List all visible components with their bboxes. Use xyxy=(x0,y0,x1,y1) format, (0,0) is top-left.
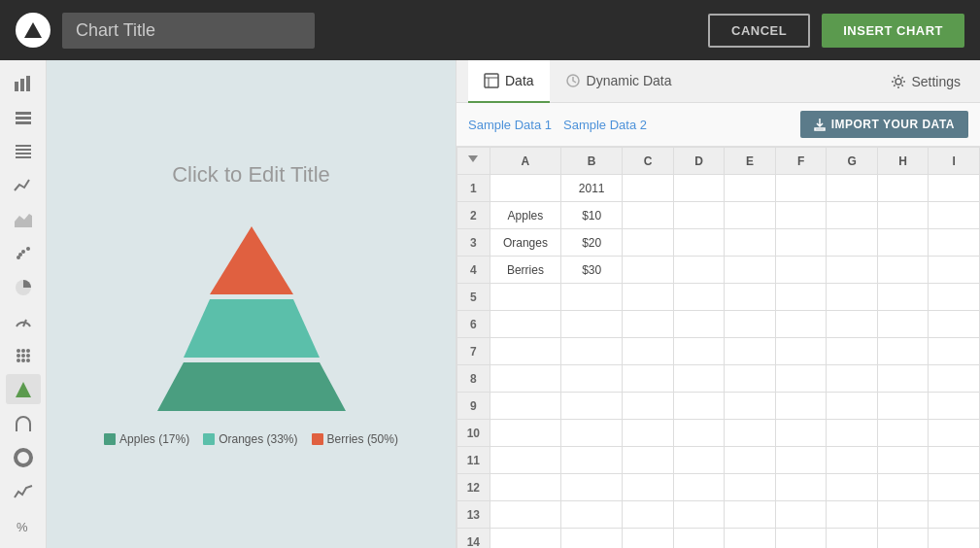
grid-cell[interactable] xyxy=(725,338,776,365)
grid-cell[interactable] xyxy=(827,393,878,420)
grid-cell[interactable] xyxy=(827,284,878,311)
sample-data-1-link[interactable]: Sample Data 1 xyxy=(468,118,552,132)
grid-cell[interactable] xyxy=(775,257,827,284)
grid-cell[interactable] xyxy=(673,393,725,420)
grid-cell[interactable] xyxy=(623,202,674,229)
grid-cell[interactable] xyxy=(775,474,827,501)
tab-dynamic-data[interactable]: Dynamic Data xyxy=(550,60,688,103)
grid-cell[interactable] xyxy=(623,447,674,474)
grid-cell[interactable] xyxy=(929,311,980,338)
grid-cell[interactable] xyxy=(561,338,623,365)
area-chart-icon[interactable] xyxy=(6,204,41,234)
grid-cell[interactable] xyxy=(725,501,776,529)
grid-cell[interactable] xyxy=(827,365,878,393)
grid-cell[interactable] xyxy=(725,529,776,549)
grid-cell[interactable] xyxy=(877,229,929,257)
grid-cell[interactable] xyxy=(490,365,561,393)
grid-cell[interactable] xyxy=(775,284,827,311)
grid-cell[interactable] xyxy=(725,202,776,229)
gauge-icon[interactable] xyxy=(6,306,41,336)
grid-cell[interactable] xyxy=(775,529,827,549)
insert-chart-button[interactable]: INSERT CHART xyxy=(822,14,964,48)
pyramid-icon[interactable] xyxy=(6,374,41,404)
grid-cell[interactable]: $10 xyxy=(561,202,623,229)
grid-cell[interactable] xyxy=(929,257,980,284)
grid-cell[interactable] xyxy=(775,447,827,474)
grid-cell[interactable] xyxy=(877,175,929,202)
grid-cell[interactable] xyxy=(929,338,980,365)
settings-button[interactable]: Settings xyxy=(883,74,968,89)
grid-cell[interactable] xyxy=(827,338,878,365)
scatter-icon[interactable] xyxy=(6,238,41,268)
grid-cell[interactable]: Oranges xyxy=(490,229,561,257)
grid-cell[interactable] xyxy=(725,365,776,393)
grid-cell[interactable] xyxy=(725,447,776,474)
grid-cell[interactable] xyxy=(929,284,980,311)
column-chart-icon[interactable] xyxy=(6,102,41,132)
grid-cell[interactable] xyxy=(775,229,827,257)
grid-cell[interactable] xyxy=(775,501,827,529)
grid-cell[interactable] xyxy=(929,529,980,549)
grid-cell[interactable] xyxy=(490,393,561,420)
grid-cell[interactable] xyxy=(877,501,929,529)
grid-cell[interactable] xyxy=(929,447,980,474)
grid-cell[interactable] xyxy=(877,338,929,365)
grid-cell[interactable] xyxy=(775,338,827,365)
grid-cell[interactable] xyxy=(929,501,980,529)
sample-data-2-link[interactable]: Sample Data 2 xyxy=(563,118,647,132)
grid-cell[interactable] xyxy=(877,420,929,447)
arch-icon[interactable] xyxy=(6,408,41,438)
grid-cell[interactable] xyxy=(725,257,776,284)
grid-cell[interactable] xyxy=(827,447,878,474)
grid-cell[interactable] xyxy=(929,365,980,393)
grid-cell[interactable] xyxy=(561,529,623,549)
grid-cell[interactable] xyxy=(725,474,776,501)
col-header-e[interactable]: E xyxy=(725,148,776,175)
grid-cell[interactable] xyxy=(775,202,827,229)
grid-cell[interactable] xyxy=(725,284,776,311)
grid-cell[interactable] xyxy=(673,202,725,229)
grid-cell[interactable] xyxy=(877,311,929,338)
grid-cell[interactable] xyxy=(673,365,725,393)
grid-cell[interactable]: Apples xyxy=(490,202,561,229)
grid-cell[interactable] xyxy=(623,529,674,549)
grid-cell[interactable] xyxy=(827,175,878,202)
grid-cell[interactable] xyxy=(673,447,725,474)
grid-cell[interactable] xyxy=(623,284,674,311)
grid-cell[interactable]: Berries xyxy=(490,257,561,284)
grid-cell[interactable] xyxy=(827,257,878,284)
grid-cell[interactable] xyxy=(490,338,561,365)
grid-cell[interactable] xyxy=(827,202,878,229)
cancel-button[interactable]: CANCEL xyxy=(708,14,810,48)
col-header-i[interactable]: I xyxy=(929,148,980,175)
grid-cell[interactable] xyxy=(673,338,725,365)
grid-cell[interactable] xyxy=(827,474,878,501)
grid-cell[interactable] xyxy=(490,447,561,474)
list-icon[interactable] xyxy=(6,136,41,166)
grid-cell[interactable] xyxy=(877,474,929,501)
grid-cell[interactable] xyxy=(827,501,878,529)
grid-cell[interactable] xyxy=(623,229,674,257)
grid-cell[interactable] xyxy=(725,175,776,202)
col-header-c[interactable]: C xyxy=(623,148,674,175)
grid-cell[interactable] xyxy=(877,365,929,393)
col-header-h[interactable]: H xyxy=(877,148,929,175)
col-header-b[interactable]: B xyxy=(561,148,623,175)
percent-icon[interactable]: % xyxy=(6,510,41,540)
grid-cell[interactable] xyxy=(725,393,776,420)
grid-cell[interactable] xyxy=(623,420,674,447)
grid-cell[interactable] xyxy=(725,420,776,447)
grid-cell[interactable] xyxy=(623,365,674,393)
grid-cell[interactable] xyxy=(561,420,623,447)
grid-cell[interactable] xyxy=(929,202,980,229)
grid-cell[interactable] xyxy=(929,420,980,447)
grid-cell[interactable] xyxy=(827,229,878,257)
pie-chart-icon[interactable] xyxy=(6,272,41,302)
grid-cell[interactable] xyxy=(877,447,929,474)
col-header-a[interactable]: A xyxy=(490,148,561,175)
grid-cell[interactable] xyxy=(673,501,725,529)
grid-cell[interactable] xyxy=(673,474,725,501)
grid-cell[interactable] xyxy=(775,311,827,338)
tab-data[interactable]: Data xyxy=(468,60,550,103)
chart-title-input[interactable] xyxy=(62,13,315,49)
